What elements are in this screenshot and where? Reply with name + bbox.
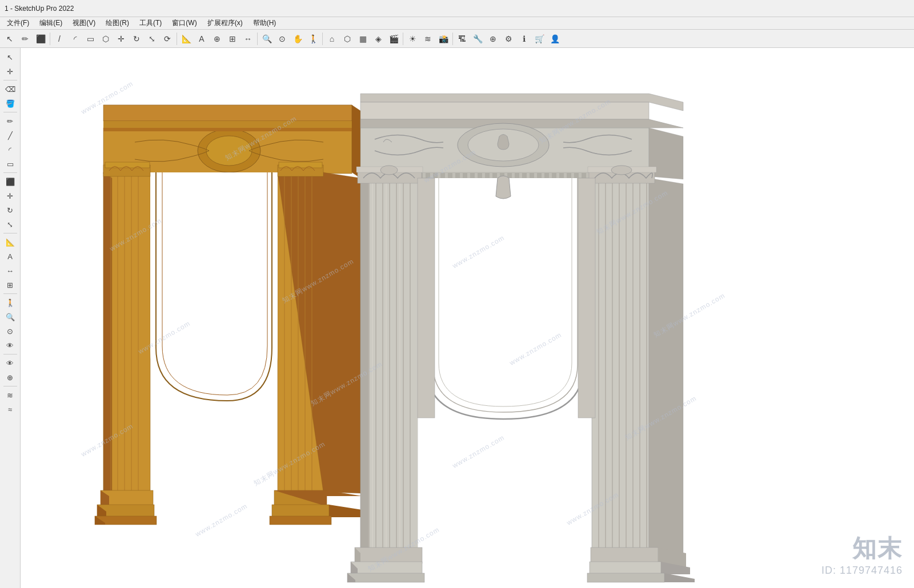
section-button[interactable]: ⊞ [225,31,240,46]
rotate-button[interactable]: ↻ [129,31,144,46]
menu-item-f[interactable]: 文件(F) [2,17,34,29]
canvas-area[interactable]: www.znzmo.com知末网www.znzmo.comwww.znzmo.c… [21,48,914,588]
scale-button[interactable]: ⤡ [145,31,159,46]
svg-rect-41 [360,102,649,119]
svg-rect-27 [279,162,322,168]
settings-button[interactable]: ⚙ [501,31,516,46]
select-button[interactable]: ↖ [2,31,17,46]
follow-button[interactable]: ⟳ [160,31,175,46]
tape-button[interactable]: 📐 [179,31,194,46]
styles-button[interactable]: ◈ [371,31,386,46]
svg-rect-74 [559,173,564,178]
paint-button[interactable]: ⬛ [33,31,48,46]
toolbar-separator [452,33,453,45]
scale-left-tool[interactable]: ⤡ [2,218,18,231]
svg-rect-118 [578,178,595,418]
pencil-left-tool[interactable]: ✏ [2,114,18,128]
title-text: 1 - SketchUp Pro 2022 [5,5,74,13]
menu-item-v[interactable]: 视图(V) [68,17,100,29]
svg-rect-25 [105,162,150,168]
push-pull-left-tool[interactable]: ⬛ [2,175,18,188]
svg-rect-61 [463,173,467,178]
rect-button[interactable]: ▭ [83,31,98,46]
nav-left-tool[interactable]: ⊕ [2,370,18,384]
shadows-button[interactable]: ☀ [405,31,420,46]
svg-rect-121 [351,562,422,574]
select-left-tool[interactable]: ↖ [2,50,18,64]
arc-button[interactable]: ◜ [67,31,82,46]
svg-rect-56 [426,173,430,178]
title-bar: 1 - SketchUp Pro 2022 [0,0,914,17]
left-toolbar-separator [3,80,17,80]
axes-button[interactable]: ⊕ [210,31,225,46]
add-button[interactable]: ⊕ [486,31,500,46]
svg-rect-9 [103,121,352,128]
tape-left-tool[interactable]: 📐 [2,235,18,249]
pencil-button[interactable]: ✏ [18,31,33,46]
move-left-tool[interactable]: ✛ [2,189,18,203]
svg-rect-38 [270,516,331,525]
eraser-left-tool[interactable]: ⌫ [2,82,18,96]
fog-button[interactable]: ≋ [420,31,435,46]
svg-rect-60 [455,173,460,178]
svg-rect-2 [103,105,352,121]
rotate-left-tool[interactable]: ↻ [2,203,18,217]
dim-left-tool[interactable]: ↔ [2,264,18,277]
space-left-tool[interactable]: ✛ [2,65,18,78]
svg-rect-65 [492,173,497,178]
svg-rect-72 [544,173,549,178]
materials-button[interactable]: ▦ [355,31,370,46]
text-left-tool[interactable]: A [2,249,18,263]
zoom-button[interactable]: 🔍 [259,31,274,46]
menu-item-t[interactable]: 工具(T) [135,17,166,29]
left-toolbar-separator [3,172,17,173]
push-pull-button[interactable]: ✛ [114,31,129,46]
ext-wh-button[interactable]: 🔧 [470,31,485,46]
warehouse-button[interactable]: 🏗 [455,31,470,46]
eye-left-tool[interactable]: 👁 [2,356,18,370]
line-left-tool[interactable]: ╱ [2,128,18,142]
zoom-left-tool[interactable]: 🔍 [2,310,18,324]
polygon-button[interactable]: ⬡ [98,31,113,46]
menu-item-x[interactable]: 扩展程序(x) [203,17,247,29]
pan-button[interactable]: ✋ [290,31,305,46]
account-button[interactable]: 👤 [547,31,562,46]
toolbar-separator [257,33,258,45]
components-button[interactable]: ⬡ [340,31,355,46]
info-button[interactable]: ℹ [516,31,531,46]
svg-rect-57 [433,173,438,178]
walk-left-tool[interactable]: 🚶 [2,296,18,309]
svg-rect-119 [355,547,422,563]
left-toolbar-separator [3,354,17,355]
dim-button[interactable]: ↔ [240,31,255,46]
shop-button[interactable]: 🛒 [532,31,547,46]
look-around-left-tool[interactable]: 👁 [2,339,18,352]
left-toolbar-separator [3,112,17,112]
left-toolbar-separator [3,293,17,294]
wave1-left-tool[interactable]: ≋ [2,388,18,402]
menu-item-r[interactable]: 绘图(R) [101,17,134,29]
wave2-left-tool[interactable]: ≈ [2,402,18,416]
toolbar-separator [50,33,50,45]
paint-left-tool[interactable]: 🪣 [2,96,18,110]
svg-rect-62 [470,173,475,178]
menu-item-w[interactable]: 窗口(W) [167,17,201,29]
line-button[interactable]: / [52,31,67,46]
menu-item-e[interactable]: 编辑(E) [35,17,67,29]
menu-item-h[interactable]: 帮助(H) [248,17,281,29]
toolbar-separator [403,33,403,45]
svg-rect-125 [591,547,658,563]
svg-rect-69 [522,173,527,178]
walk-button[interactable]: 🚶 [306,31,320,46]
svg-point-113 [380,166,398,175]
text-button[interactable]: A [194,31,209,46]
scenes-button[interactable]: 🎬 [386,31,401,46]
rect-left-tool[interactable]: ▭ [2,157,18,171]
home-button[interactable]: ⌂ [324,31,339,46]
orbit-left-tool[interactable]: ⊙ [2,324,18,338]
orbit-button[interactable]: ⊙ [275,31,290,46]
arc-left-tool[interactable]: ◜ [2,143,18,156]
section-left-tool[interactable]: ⊞ [2,278,18,292]
match-photo-button[interactable]: 📸 [436,31,451,46]
svg-rect-117 [418,178,435,418]
